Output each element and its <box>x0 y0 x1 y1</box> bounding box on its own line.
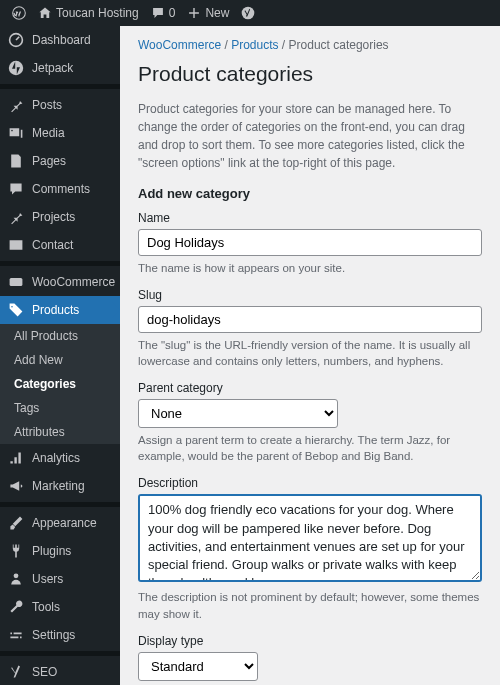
menu-separator <box>0 84 120 89</box>
admin-topbar: Toucan Hosting 0 New <box>0 0 500 26</box>
field-parent: Parent category None Assign a parent ter… <box>138 381 482 464</box>
sidebar-item-media[interactable]: Media <box>0 119 120 147</box>
sidebar-item-seo[interactable]: SEO <box>0 658 120 685</box>
sidebar-item-label: Tools <box>32 600 60 614</box>
brush-icon <box>8 515 24 531</box>
users-icon <box>8 571 24 587</box>
menu-separator <box>0 261 120 266</box>
breadcrumb-products[interactable]: Products <box>231 38 278 52</box>
sidebar-item-label: Products <box>32 303 79 317</box>
comments-count: 0 <box>169 6 176 20</box>
sidebar-item-label: Contact <box>32 238 73 252</box>
woo-icon <box>8 274 24 290</box>
settings-icon <box>8 627 24 643</box>
name-input[interactable] <box>138 229 482 256</box>
yoast-link[interactable] <box>235 6 261 20</box>
wrench-icon <box>8 599 24 615</box>
field-name: Name The name is how it appears on your … <box>138 211 482 276</box>
sidebar-item-users[interactable]: Users <box>0 565 120 593</box>
sidebar-item-label: Users <box>32 572 63 586</box>
display-type-select[interactable]: Standard <box>138 652 258 681</box>
yoast-icon <box>241 6 255 20</box>
sidebar-item-label: WooCommerce <box>32 275 115 289</box>
sidebar-item-plugins[interactable]: Plugins <box>0 537 120 565</box>
home-icon <box>38 6 52 20</box>
breadcrumb-current: Product categories <box>289 38 389 52</box>
sidebar-item-label: Media <box>32 126 65 140</box>
name-label: Name <box>138 211 482 225</box>
submenu-all-products[interactable]: All Products <box>0 324 120 348</box>
projects-icon <box>8 209 24 225</box>
products-submenu: All Products Add New Categories Tags Att… <box>0 324 120 444</box>
breadcrumb: WooCommerce / Products / Product categor… <box>138 38 482 52</box>
sidebar-item-appearance[interactable]: Appearance <box>0 509 120 537</box>
sidebar-item-tools[interactable]: Tools <box>0 593 120 621</box>
field-slug: Slug The "slug" is the URL-friendly vers… <box>138 288 482 369</box>
sidebar-item-jetpack[interactable]: Jetpack <box>0 54 120 82</box>
plus-icon <box>187 6 201 20</box>
description-help: The description is not prominent by defa… <box>138 589 482 621</box>
yoast-seo-icon <box>8 664 24 680</box>
description-label: Description <box>138 476 482 490</box>
svg-rect-4 <box>10 278 23 286</box>
sidebar-item-products[interactable]: Products <box>0 296 120 324</box>
sidebar-item-label: Jetpack <box>32 61 73 75</box>
sidebar-item-comments[interactable]: Comments <box>0 175 120 203</box>
field-description: Description The description is not promi… <box>138 476 482 621</box>
products-icon <box>8 302 24 318</box>
sidebar-item-dashboard[interactable]: Dashboard <box>0 26 120 54</box>
wordpress-icon <box>12 6 26 20</box>
sidebar-item-label: Projects <box>32 210 75 224</box>
sidebar-item-label: Appearance <box>32 516 97 530</box>
analytics-icon <box>8 450 24 466</box>
sidebar-item-projects[interactable]: Projects <box>0 203 120 231</box>
submenu-tags[interactable]: Tags <box>0 396 120 420</box>
sidebar-item-analytics[interactable]: Analytics <box>0 444 120 472</box>
menu-separator <box>0 651 120 656</box>
wp-logo[interactable] <box>6 6 32 20</box>
submenu-attributes[interactable]: Attributes <box>0 420 120 444</box>
sidebar-item-label: Settings <box>32 628 75 642</box>
pin-icon <box>8 97 24 113</box>
slug-input[interactable] <box>138 306 482 333</box>
jetpack-icon <box>8 60 24 76</box>
slug-label: Slug <box>138 288 482 302</box>
parent-label: Parent category <box>138 381 482 395</box>
page-icon <box>8 153 24 169</box>
submenu-categories[interactable]: Categories <box>0 372 120 396</box>
parent-help: Assign a parent term to create a hierarc… <box>138 432 482 464</box>
sidebar-item-label: Plugins <box>32 544 71 558</box>
sidebar-item-label: Analytics <box>32 451 80 465</box>
sidebar-item-label: SEO <box>32 665 57 679</box>
svg-point-5 <box>14 573 19 578</box>
page-intro: Product categories for your store can be… <box>138 100 482 172</box>
sidebar-item-marketing[interactable]: Marketing <box>0 472 120 500</box>
new-label: New <box>205 6 229 20</box>
media-icon <box>8 125 24 141</box>
slug-help: The "slug" is the URL-friendly version o… <box>138 337 482 369</box>
dashboard-icon <box>8 32 24 48</box>
comment-icon <box>151 6 165 20</box>
sidebar-item-label: Marketing <box>32 479 85 493</box>
sidebar-item-settings[interactable]: Settings <box>0 621 120 649</box>
megaphone-icon <box>8 478 24 494</box>
sidebar-item-label: Dashboard <box>32 33 91 47</box>
page-title: Product categories <box>138 62 482 86</box>
sidebar-item-woocommerce[interactable]: WooCommerce <box>0 268 120 296</box>
sidebar-item-contact[interactable]: Contact <box>0 231 120 259</box>
site-home-link[interactable]: Toucan Hosting <box>32 6 145 20</box>
section-heading: Add new category <box>138 186 482 201</box>
submenu-add-new[interactable]: Add New <box>0 348 120 372</box>
site-name: Toucan Hosting <box>56 6 139 20</box>
comments-link[interactable]: 0 <box>145 6 182 20</box>
svg-point-3 <box>9 61 23 75</box>
new-content-link[interactable]: New <box>181 6 235 20</box>
description-textarea[interactable] <box>138 494 482 582</box>
sidebar-item-pages[interactable]: Pages <box>0 147 120 175</box>
parent-select[interactable]: None <box>138 399 338 428</box>
display-type-label: Display type <box>138 634 482 648</box>
menu-separator <box>0 502 120 507</box>
sidebar-item-posts[interactable]: Posts <box>0 91 120 119</box>
comments-icon <box>8 181 24 197</box>
breadcrumb-woocommerce[interactable]: WooCommerce <box>138 38 221 52</box>
